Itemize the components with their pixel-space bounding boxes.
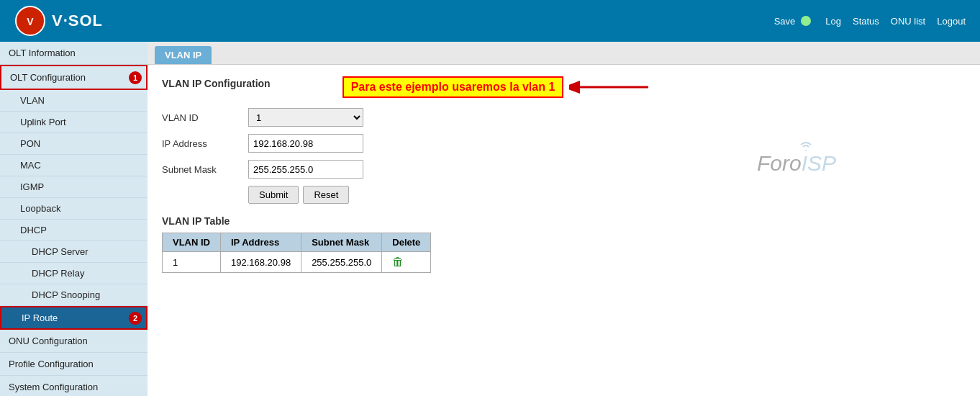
form-buttons-row: Submit Reset (162, 186, 966, 204)
isp-text: ISP (802, 151, 836, 176)
cell-ip-address: 192.168.20.98 (221, 252, 301, 273)
sidebar-item-uplink-port[interactable]: Uplink Port (0, 112, 148, 133)
content-body: VLAN IP Configuration Para este ejemplo … (148, 65, 980, 284)
top-row: VLAN IP Configuration Para este ejemplo … (162, 76, 966, 98)
sidebar-item-vlan[interactable]: VLAN (0, 90, 148, 112)
header: V V·SOL Save Log Status ONU list Logout (0, 0, 980, 42)
col-vlan-id: VLAN ID (163, 233, 221, 252)
vlan-id-select[interactable]: 1 (248, 108, 363, 127)
delete-row-button[interactable]: 🗑 (392, 256, 404, 269)
sidebar-item-onu-configuration[interactable]: ONU Configuration (0, 330, 148, 353)
subnet-mask-row: Subnet Mask (162, 160, 966, 179)
tab-bar: VLAN IP (148, 42, 980, 65)
header-links: Log Status ONU list Logout (825, 16, 966, 27)
col-ip-address: IP Address (221, 233, 301, 252)
red-arrow-icon (569, 76, 655, 98)
header-save-area: Save (774, 16, 812, 27)
logo-area: V V·SOL (14, 5, 103, 37)
ip-address-input[interactable] (248, 134, 363, 153)
sidebar-item-dhcp-snooping[interactable]: DHCP Snooping (0, 284, 148, 306)
vlan-id-label: VLAN ID (162, 112, 248, 123)
vlan-id-row: VLAN ID 1 (162, 108, 966, 127)
vsol-logo-icon: V (14, 5, 46, 37)
header-right: Save Log Status ONU list Logout (774, 16, 966, 27)
subnet-mask-label: Subnet Mask (162, 164, 248, 175)
sidebar: OLT Information OLT Configuration 1 VLAN… (0, 42, 148, 396)
foro-isp-watermark: Foro ISP (757, 151, 836, 176)
sidebar-item-igmp[interactable]: IGMP (0, 176, 148, 198)
sidebar-item-loopback[interactable]: Loopback (0, 198, 148, 220)
col-subnet-mask: Subnet Mask (301, 233, 382, 252)
wifi-icon (797, 140, 815, 153)
cell-subnet-mask: 255.255.255.0 (301, 252, 382, 273)
save-label[interactable]: Save (774, 16, 796, 27)
vlan-ip-table: VLAN ID IP Address Subnet Mask Delete 1 … (162, 233, 431, 273)
sidebar-item-profile-configuration[interactable]: Profile Configuration (0, 353, 148, 376)
table-section-title: VLAN IP Table (162, 215, 966, 227)
cell-delete: 🗑 (382, 252, 431, 273)
foro-text: Foro (757, 151, 802, 176)
subnet-mask-input[interactable] (248, 160, 363, 179)
sidebar-item-system-configuration[interactable]: System Configuration (0, 376, 148, 396)
sidebar-item-olt-information[interactable]: OLT Information (0, 42, 148, 65)
sidebar-item-ip-route[interactable]: IP Route 2 (0, 306, 148, 330)
col-delete: Delete (382, 233, 431, 252)
sidebar-item-dhcp-server[interactable]: DHCP Server (0, 241, 148, 263)
ip-address-label: IP Address (162, 138, 248, 149)
vlan-ip-tab[interactable]: VLAN IP (155, 46, 212, 64)
table-row: 1 192.168.20.98 255.255.255.0 🗑 (163, 252, 431, 273)
status-link[interactable]: Status (853, 16, 879, 27)
sidebar-item-olt-configuration[interactable]: OLT Configuration 1 (0, 65, 148, 90)
submit-button[interactable]: Submit (248, 186, 299, 204)
onu-list-link[interactable]: ONU list (891, 16, 925, 27)
logout-link[interactable]: Logout (937, 16, 966, 27)
log-link[interactable]: Log (825, 16, 841, 27)
section-title: VLAN IP Configuration (162, 78, 271, 89)
sidebar-item-mac[interactable]: MAC (0, 155, 148, 176)
svg-text:V: V (27, 16, 34, 27)
annotation-area: Para este ejemplo usaremos la vlan 1 (342, 76, 656, 98)
cell-vlan-id: 1 (163, 252, 221, 273)
content-area: VLAN IP VLAN IP Configuration Para este … (148, 42, 980, 396)
ip-route-badge: 2 (129, 312, 142, 325)
logo-text: V·SOL (52, 12, 103, 30)
reset-button[interactable]: Reset (303, 186, 349, 204)
main-layout: OLT Information OLT Configuration 1 VLAN… (0, 42, 980, 396)
ip-address-row: IP Address (162, 134, 966, 153)
sidebar-item-dhcp-relay[interactable]: DHCP Relay (0, 263, 148, 284)
annotation-text: Para este ejemplo usaremos la vlan 1 (342, 76, 564, 98)
status-indicator (801, 16, 811, 26)
olt-config-badge: 1 (129, 71, 142, 84)
sidebar-item-dhcp[interactable]: DHCP (0, 220, 148, 241)
sidebar-item-pon[interactable]: PON (0, 133, 148, 155)
